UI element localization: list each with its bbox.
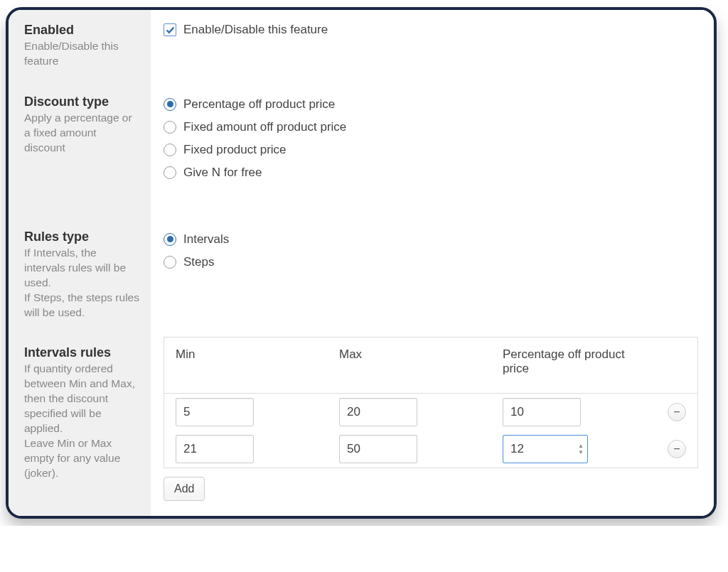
table-row: − [164,394,697,431]
section-discount-type: Discount type Apply a percentage or a fi… [9,82,714,217]
label-title-discount: Discount type [24,95,139,109]
content-col-enabled: Enable/Disable this feature [151,10,714,82]
min-input[interactable] [176,398,254,426]
th-max: Max [328,347,491,376]
check-icon [166,26,175,35]
label-col-enabled: Enabled Enable/Disable this feature [9,10,151,82]
chevron-down-icon: ▼ [578,450,584,455]
td-max [328,435,491,463]
enable-checkbox[interactable] [164,23,176,36]
label-desc-discount: Apply a percentage or a fixed amount dis… [24,111,139,156]
radio-icon[interactable] [164,256,176,269]
label-col-discount: Discount type Apply a percentage or a fi… [9,82,151,217]
discount-option-percentage[interactable]: Percentage off product price [164,97,698,112]
label-desc-rulestype: If Intervals, the intervals rules will b… [24,246,139,320]
label-col-rulestype: Rules type If Intervals, the intervals r… [9,217,151,333]
radio-label: Steps [183,255,214,269]
section-rules-type: Rules type If Intervals, the intervals r… [9,217,714,333]
radio-label: Percentage off product price [183,97,335,112]
label-col-intervals: Intervals rules If quantity ordered betw… [9,333,151,519]
td-max [328,398,491,426]
content-col-intervals: Min Max Percentage off product price [151,333,714,519]
td-action: − [655,403,697,421]
rules-option-intervals[interactable]: Intervals [164,232,698,247]
rules-type-radio-group: Intervals Steps [164,232,698,269]
intervals-table: Min Max Percentage off product price [164,337,698,468]
discount-option-give-n-free[interactable]: Give N for free [164,166,698,180]
content-col-rulestype: Intervals Steps [151,217,714,333]
enable-checkbox-label: Enable/Disable this feature [183,23,328,37]
section-enabled: Enabled Enable/Disable this feature Enab… [9,10,714,82]
max-input[interactable] [339,435,417,463]
discount-option-fixed-price[interactable]: Fixed product price [164,143,698,157]
radio-label: Fixed product price [183,143,287,157]
percentage-input[interactable] [503,435,588,463]
percentage-input[interactable] [503,398,581,426]
max-input[interactable] [339,398,417,426]
label-title-intervals: Intervals rules [24,345,139,360]
discount-option-fixed-amount[interactable]: Fixed amount off product price [164,120,698,134]
td-pct: ▲ ▼ [491,435,655,463]
min-input[interactable] [176,435,254,463]
discount-type-radio-group: Percentage off product price Fixed amoun… [164,97,698,180]
rules-option-steps[interactable]: Steps [164,255,698,269]
td-min [164,398,328,426]
minus-icon: − [673,406,680,419]
enable-checkbox-wrap[interactable]: Enable/Disable this feature [164,23,698,37]
radio-icon[interactable] [164,121,176,134]
label-desc-intervals: If quantity ordered between Min and Max,… [24,362,139,480]
radio-icon[interactable] [164,144,176,156]
label-title-rulestype: Rules type [24,230,139,244]
label-desc-enabled: Enable/Disable this feature [24,39,139,69]
label-title-enabled: Enabled [24,23,139,38]
radio-label: Give N for free [183,166,262,180]
radio-icon[interactable] [164,98,176,111]
chevron-up-icon: ▲ [578,443,584,449]
add-button[interactable]: Add [164,477,205,501]
radio-label: Fixed amount off product price [183,120,346,134]
th-min: Min [164,347,328,376]
table-row: ▲ ▼ − [164,431,697,468]
quantity-stepper[interactable]: ▲ ▼ [578,443,584,455]
td-action: − [655,440,697,458]
content-col-discount: Percentage off product price Fixed amoun… [151,82,714,217]
minus-icon: − [673,443,680,455]
radio-icon[interactable] [164,166,176,179]
remove-row-button[interactable]: − [668,440,686,458]
settings-panel: Enabled Enable/Disable this feature Enab… [6,7,717,519]
remove-row-button[interactable]: − [668,403,686,421]
td-pct [491,398,655,426]
radio-label: Intervals [183,232,229,247]
section-intervals-rules: Intervals rules If quantity ordered betw… [9,333,714,519]
radio-icon[interactable] [164,233,176,246]
th-pct: Percentage off product price [491,347,697,376]
td-min [164,435,328,463]
intervals-table-header: Min Max Percentage off product price [164,338,697,394]
